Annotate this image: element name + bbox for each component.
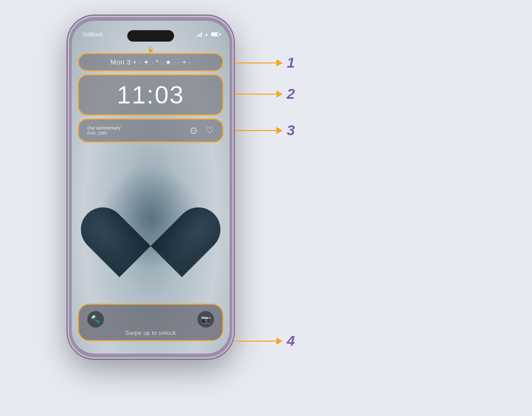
- arrow-head-2: [276, 90, 283, 98]
- annotation-4: 4: [235, 333, 295, 349]
- notch: [127, 30, 174, 42]
- instagram-icon[interactable]: ⊙: [190, 125, 197, 136]
- arrow-head-1: [276, 59, 283, 67]
- clock-time: 11:03: [117, 81, 184, 109]
- widgets-container: Mon 3 + · ✦ · * · ★ · · + · 11:03 Our an…: [78, 53, 223, 146]
- clock-widget[interactable]: 11:03: [78, 74, 223, 115]
- annotation-number-1: 1: [287, 55, 295, 71]
- arrow-line-3: [235, 130, 276, 131]
- lock-icon: 🔒: [147, 46, 154, 53]
- heart-shape: [107, 178, 195, 259]
- anniversary-label: Our anniversary: [87, 125, 121, 131]
- bottom-bar[interactable]: 🔦 📷 Swipe up to unlock: [78, 304, 223, 341]
- camera-button[interactable]: 📷: [197, 311, 214, 328]
- bottom-buttons: 🔦 📷: [87, 311, 214, 328]
- phone: SoftBank ▲ 🔒: [68, 16, 234, 359]
- date-text: Mon 3 + · ✦ · * · ★ · · + ·: [111, 58, 191, 66]
- arrow-line-4: [235, 341, 276, 342]
- annotation-number-2: 2: [287, 86, 295, 102]
- signal-icon: [196, 32, 202, 37]
- arrow-line-1: [235, 62, 276, 63]
- annotation-2: 2: [235, 86, 295, 102]
- carrier-label: SoftBank: [82, 32, 103, 37]
- annotation-3: 3: [235, 122, 295, 139]
- annotation-number-4: 4: [287, 333, 295, 349]
- flashlight-button[interactable]: 🔦: [87, 311, 104, 328]
- scene: SoftBank ▲ 🔒: [0, 0, 532, 416]
- date-widget[interactable]: Mon 3 + · ✦ · * · ★ · · + ·: [78, 53, 223, 71]
- annotation-1: 1: [235, 55, 295, 71]
- arrow-head-3: [276, 127, 283, 134]
- anniversary-info: Our anniversary Feb, 28th: [87, 125, 121, 136]
- swipe-text: Swipe up to unlock: [125, 330, 176, 336]
- wifi-icon: ▲: [204, 32, 209, 37]
- phone-screen: SoftBank ▲ 🔒: [72, 21, 230, 354]
- info-icons: ⊙ ♡: [190, 125, 214, 136]
- status-bar: SoftBank ▲: [72, 27, 230, 42]
- annotation-number-3: 3: [287, 122, 295, 139]
- anniversary-date: Feb, 28th: [87, 131, 121, 136]
- heart-icon[interactable]: ♡: [206, 125, 214, 136]
- arrow-head-4: [276, 337, 283, 345]
- arrow-line-2: [235, 94, 276, 95]
- battery-icon: [211, 32, 219, 36]
- info-widget[interactable]: Our anniversary Feb, 28th ⊙ ♡: [78, 119, 223, 142]
- status-icons: ▲: [196, 32, 219, 37]
